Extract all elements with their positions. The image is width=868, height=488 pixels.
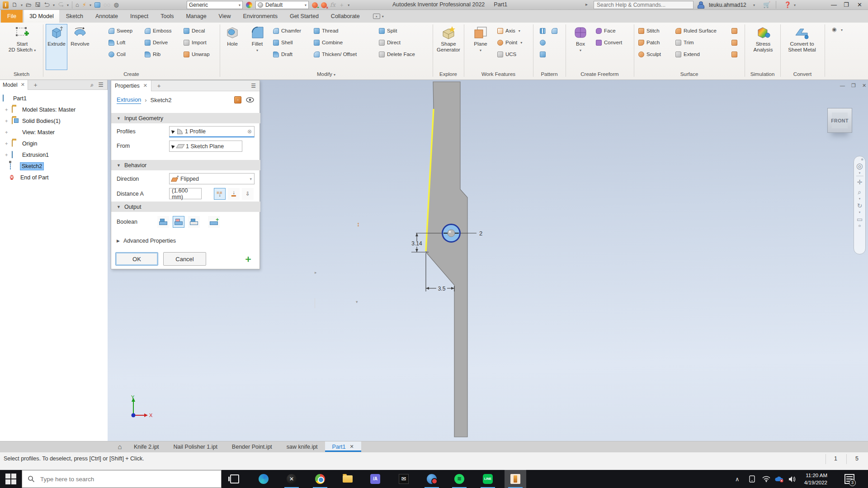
task-view-button[interactable]: [224, 470, 245, 488]
browser-search-icon[interactable]: ⌕: [90, 81, 94, 89]
tree-item-solid-bodies[interactable]: ＋ Solid Bodies(1): [0, 115, 108, 127]
taskbar-inventor[interactable]: [505, 470, 526, 488]
extent-default-button[interactable]: ≡≡↓: [214, 188, 226, 200]
ribbon-button-box[interactable]: Box▾: [571, 24, 590, 70]
app-store-cart-icon[interactable]: 🛒: [763, 1, 770, 9]
taskbar-search[interactable]: [22, 470, 222, 488]
browser-add-tab-button[interactable]: ＋: [28, 81, 43, 89]
appearance-select[interactable]: Default ▾: [255, 1, 309, 9]
preset-add-button[interactable]: ＋: [241, 252, 255, 266]
open-file-button[interactable]: 🗁: [26, 1, 32, 9]
ribbon-button-extend[interactable]: Extend: [675, 50, 700, 59]
boolean-cut-button[interactable]: [173, 216, 184, 228]
taskbar-mail[interactable]: ✉: [393, 470, 415, 488]
tree-item-sketch2[interactable]: Sketch2: [0, 160, 108, 172]
clear-selection-icon[interactable]: ⊗: [247, 128, 252, 135]
notification-center-icon[interactable]: 3: [844, 474, 854, 484]
home-button[interactable]: ⌂: [75, 1, 79, 9]
ribbon-button-mirror[interactable]: [552, 26, 557, 35]
expand-icon[interactable]: ＋: [4, 117, 9, 124]
tab-3d-model[interactable]: 3D Model: [24, 10, 59, 23]
taskbar-chrome[interactable]: [309, 470, 331, 488]
expand-icon[interactable]: ＋: [4, 129, 9, 136]
navigation-bar[interactable]: ⊗ ◎ ▾ ✛ ⌕ ▾ ↻ ▾ ▭ ⊖: [854, 156, 866, 254]
tab-annotate[interactable]: Annotate: [90, 10, 123, 23]
doc-tab-knife2[interactable]: Knife 2.ipt: [127, 441, 166, 452]
tab-collaborate[interactable]: Collaborate: [326, 10, 365, 23]
properties-add-tab-button[interactable]: ＋: [151, 82, 166, 90]
ribbon-button-freeform-face[interactable]: Face: [596, 26, 616, 35]
ribbon-button-thread[interactable]: Thread: [314, 26, 338, 35]
pan-icon[interactable]: ✛: [857, 177, 863, 187]
help-icon[interactable]: ❓: [784, 1, 791, 9]
ribbon-button-surface-repair[interactable]: [731, 50, 737, 59]
ribbon-button-loft[interactable]: Loft: [108, 38, 125, 47]
distance-input[interactable]: (1.600 mm): [169, 188, 202, 199]
doc-restore-icon[interactable]: ❐: [851, 83, 856, 89]
free-orbit-icon[interactable]: ↻: [857, 201, 863, 211]
view-cube[interactable]: FRONT: [827, 108, 852, 133]
ribbon-button-thicken-offset[interactable]: Thicken/ Offset: [314, 50, 357, 59]
tab-environments[interactable]: Environments: [237, 10, 283, 23]
direction-select[interactable]: Flipped ▾: [169, 173, 255, 184]
look-at-icon[interactable]: ▭: [857, 214, 863, 224]
expand-icon[interactable]: ＋: [4, 151, 9, 158]
tab-sketch[interactable]: Sketch: [61, 10, 89, 23]
help-dropdown[interactable]: ▾: [794, 3, 796, 7]
doc-close-icon[interactable]: ✕: [862, 83, 866, 89]
extent-to-button[interactable]: ⇩: [242, 188, 254, 200]
boolean-join-button[interactable]: [157, 216, 169, 228]
ribbon-button-freeform-convert[interactable]: Convert: [596, 38, 622, 47]
ribbon-button-circular-pattern[interactable]: [540, 38, 546, 47]
browser-tab-model[interactable]: Model ✕: [0, 80, 28, 90]
undo-dropdown[interactable]: ▾: [53, 3, 55, 7]
ribbon-button-sculpt[interactable]: Sculpt: [638, 50, 661, 59]
select-icon[interactable]: ◌◌: [104, 1, 110, 9]
browser-menu-icon[interactable]: ☰: [98, 81, 104, 89]
material-select[interactable]: Generic ▾: [187, 1, 243, 9]
ribbon-button-derive[interactable]: Derive: [145, 38, 168, 47]
navbar-options-icon[interactable]: ⊖: [859, 224, 861, 228]
home-tab-icon[interactable]: ⌂: [113, 441, 127, 452]
ribbon-button-coil[interactable]: Coil: [108, 50, 126, 59]
ribbon-appearance-dropdown[interactable]: ▾: [841, 28, 843, 32]
ribbon-button-sweep[interactable]: Sweep: [108, 26, 132, 35]
redo-dropdown[interactable]: ▾: [67, 3, 69, 7]
from-input[interactable]: 1 Sketch Plane: [169, 141, 242, 152]
ribbon-button-rib[interactable]: Rib: [145, 50, 160, 59]
zoom-icon[interactable]: ⌕: [858, 187, 862, 197]
breadcrumb-extrusion[interactable]: Extrusion: [117, 96, 141, 104]
material-browser-icon[interactable]: [246, 2, 252, 8]
tray-onedrive-icon[interactable]: [775, 470, 784, 488]
ribbon-button-extrude[interactable]: Extrude: [46, 24, 67, 70]
qat-customize-dropdown[interactable]: ▾: [348, 3, 349, 7]
tab-file[interactable]: File: [1, 10, 23, 23]
tree-item-view-master[interactable]: ＋ View: Master: [0, 127, 108, 138]
direction-dropdown-icon[interactable]: ▾: [250, 177, 252, 181]
tray-volume-icon[interactable]: [788, 470, 796, 488]
render-icon[interactable]: ◍: [114, 1, 119, 9]
taskbar-explorer[interactable]: [337, 470, 359, 488]
update-button[interactable]: ⚡: [82, 1, 86, 9]
ribbon-button-trim[interactable]: Trim: [675, 38, 694, 47]
tray-clock[interactable]: 11:20 AM 4/19/2022: [800, 472, 827, 486]
tray-wifi-icon[interactable]: [762, 470, 770, 488]
minimize-button[interactable]: —: [831, 1, 837, 8]
help-search-input[interactable]: [594, 1, 693, 9]
search-expand-arrow[interactable]: ▸: [585, 2, 588, 7]
properties-menu-icon[interactable]: ☰: [251, 83, 259, 89]
boolean-dropdown-icon[interactable]: ▾: [356, 300, 358, 304]
ribbon-button-emboss[interactable]: Emboss: [145, 26, 172, 35]
qat-add-button[interactable]: ＋: [339, 1, 344, 9]
ribbon-button-decal[interactable]: Decal: [184, 26, 205, 35]
tree-item-origin[interactable]: ＋ Origin: [0, 138, 108, 149]
orbit-icon[interactable]: ◎: [856, 161, 863, 171]
ribbon-display-toggle[interactable]: ▴ ▾: [373, 10, 384, 23]
section-input-geometry[interactable]: ▼Input Geometry: [111, 113, 260, 123]
ribbon-button-convert-sheet-metal[interactable]: Convert toSheet Metal: [784, 24, 820, 70]
ok-button[interactable]: OK: [115, 252, 158, 266]
restore-button[interactable]: ❐: [844, 1, 849, 8]
ribbon-appearance-icon[interactable]: ◉: [832, 26, 836, 33]
boolean-new-solid-button[interactable]: ＋: [208, 216, 220, 228]
ribbon-button-shape-generator[interactable]: ShapeGenerator: [434, 24, 463, 70]
